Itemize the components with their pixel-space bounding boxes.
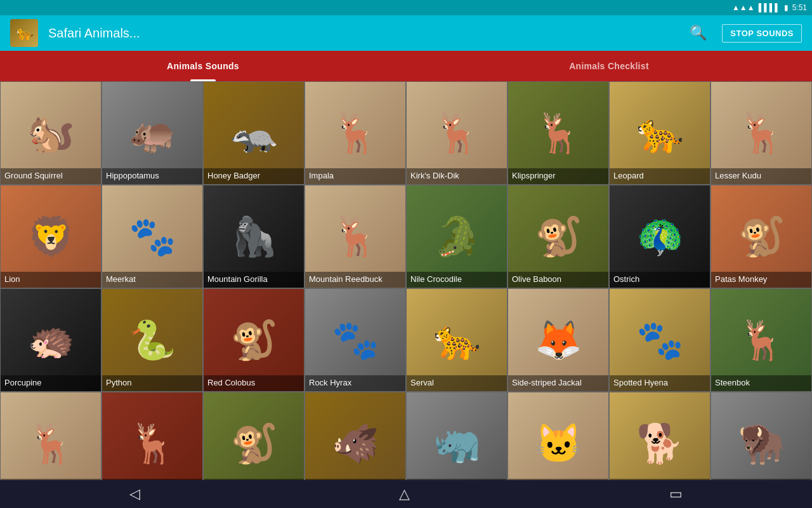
animal-cell[interactable]: 🦌Topi [102, 392, 203, 480]
animal-cell[interactable]: 🐿️Ground Squirrel [0, 81, 102, 185]
app-icon: 🐆 [10, 19, 38, 47]
animal-label: Side-striped Jackal [508, 375, 608, 391]
animal-label: Spotted Hyena [610, 375, 710, 391]
animal-cell[interactable]: 🐊Nile Crocodile [406, 185, 508, 288]
battery-icon: ▮ [784, 3, 789, 12]
animal-label: Meerkat [102, 272, 202, 288]
back-button[interactable]: ◁ [129, 486, 140, 502]
animal-image: 🐒 [204, 392, 304, 480]
animals-grid: 🐿️Ground Squirrel🦛Hippopotamus🦡Honey Bad… [0, 81, 812, 480]
animal-label: Lesser Kudu [711, 168, 811, 184]
animal-label: Mountain Reedbuck [305, 272, 405, 288]
animal-label: White Rhino [407, 479, 507, 480]
animal-cell[interactable]: 🦡Honey Badger [203, 81, 304, 185]
animal-image: 🦬 [711, 392, 811, 480]
animal-label: Ground Squirrel [1, 168, 101, 184]
animal-label: Wild Dog [610, 479, 710, 480]
animal-image: 🐕 [610, 392, 710, 480]
animal-label: Honey Badger [204, 168, 304, 184]
animal-cell[interactable]: 🐒Olive Baboon [508, 185, 609, 288]
animal-cell[interactable]: 🐒Red Colobus [203, 288, 304, 392]
animal-label: Klipspringer [508, 168, 608, 184]
animal-image: 🐱 [508, 392, 608, 480]
animal-cell[interactable]: 🦌Thomson's Gazelle [0, 392, 102, 480]
app-bar: 🐆 Safari Animals... 🔍 STOP SOUNDS [0, 15, 812, 51]
animal-cell[interactable]: 🦊Side-striped Jackal [508, 288, 609, 392]
animal-cell[interactable]: 🐱Wildcat [508, 392, 609, 480]
signal-icon: ▌▌▌▌ [759, 3, 780, 12]
animal-label: Lion [1, 272, 101, 288]
animal-cell[interactable]: 🦔Porcupine [0, 288, 102, 392]
animal-label: Red Colobus [204, 375, 304, 391]
animal-label: Python [102, 375, 202, 391]
animal-cell[interactable]: 🦌Impala [304, 81, 406, 185]
animal-cell[interactable]: 🦛Hippopotamus [102, 81, 203, 185]
animal-cell[interactable]: 🐒Vervet Monkey [203, 392, 304, 480]
animal-cell[interactable]: 🦍Mountain Gorilla [203, 185, 304, 288]
animal-label: Wildebeest [711, 479, 811, 480]
animal-label: Leopard [610, 168, 710, 184]
animal-label: Vervet Monkey [204, 479, 304, 480]
animal-label: Serval [407, 375, 507, 391]
tab-animals-sounds[interactable]: Animals Sounds [0, 51, 406, 81]
animal-label: Steenbok [711, 375, 811, 391]
animal-image: 🦌 [102, 392, 202, 480]
recent-button[interactable]: ▭ [669, 486, 683, 502]
bottom-nav: ◁ △ ▭ [0, 480, 812, 508]
animal-cell[interactable]: 🦌Steenbok [710, 288, 812, 392]
animal-label: Impala [305, 168, 405, 184]
app-title: Safari Animals... [48, 26, 674, 41]
animal-image: 🦏 [407, 392, 507, 480]
animal-label: Porcupine [1, 375, 101, 391]
animal-cell[interactable]: 🦌Kirk's Dik-Dik [406, 81, 508, 185]
animal-cell[interactable]: 🐗Warthog [304, 392, 406, 480]
tab-bar: Animals Sounds Animals Checklist [0, 51, 812, 81]
animal-image: 🦌 [1, 392, 101, 480]
animal-label: Ostrich [610, 272, 710, 288]
animal-cell[interactable]: 🦌Lesser Kudu [710, 81, 812, 185]
animal-label: Warthog [305, 479, 405, 480]
animal-cell[interactable]: 🐾Meerkat [102, 185, 203, 288]
animal-label: Olive Baboon [508, 272, 608, 288]
time-display: 5:51 [792, 3, 807, 12]
animal-cell[interactable]: 🦚Ostrich [609, 185, 710, 288]
animal-cell[interactable]: 🦌Klipspringer [508, 81, 609, 185]
animal-label: Wildcat [508, 479, 608, 480]
animal-cell[interactable]: 🦬Wildebeest [710, 392, 812, 480]
animal-image: 🐗 [305, 392, 405, 480]
animal-cell[interactable]: 🐾Rock Hyrax [304, 288, 406, 392]
wifi-icon: ▲▲▲ [732, 3, 755, 12]
animal-label: Rock Hyrax [305, 375, 405, 391]
animal-cell[interactable]: 🐕Wild Dog [609, 392, 710, 480]
animal-label: Thomson's Gazelle [1, 479, 101, 480]
animal-cell[interactable]: 🦌Mountain Reedbuck [304, 185, 406, 288]
animal-cell[interactable]: 🐆Leopard [609, 81, 710, 185]
animal-label: Patas Monkey [711, 272, 811, 288]
search-button[interactable]: 🔍 [684, 20, 712, 46]
animal-cell[interactable]: 🐆Serval [406, 288, 508, 392]
stop-sounds-button[interactable]: STOP SOUNDS [722, 24, 802, 43]
app-icon-emoji: 🐆 [16, 25, 33, 41]
status-bar: ▲▲▲ ▌▌▌▌ ▮ 5:51 [0, 0, 812, 15]
animal-cell[interactable]: 🦁Lion [0, 185, 102, 288]
tab-animals-checklist[interactable]: Animals Checklist [406, 51, 812, 81]
home-button[interactable]: △ [399, 486, 410, 502]
animal-label: Topi [102, 479, 202, 480]
animal-label: Mountain Gorilla [204, 272, 304, 288]
animal-label: Kirk's Dik-Dik [407, 168, 507, 184]
animal-cell[interactable]: 🐍Python [102, 288, 203, 392]
animal-cell[interactable]: 🐒Patas Monkey [710, 185, 812, 288]
animal-label: Nile Crocodile [407, 272, 507, 288]
animal-label: Hippopotamus [102, 168, 202, 184]
animal-cell[interactable]: 🐾Spotted Hyena [609, 288, 710, 392]
animal-cell[interactable]: 🦏White Rhino [406, 392, 508, 480]
